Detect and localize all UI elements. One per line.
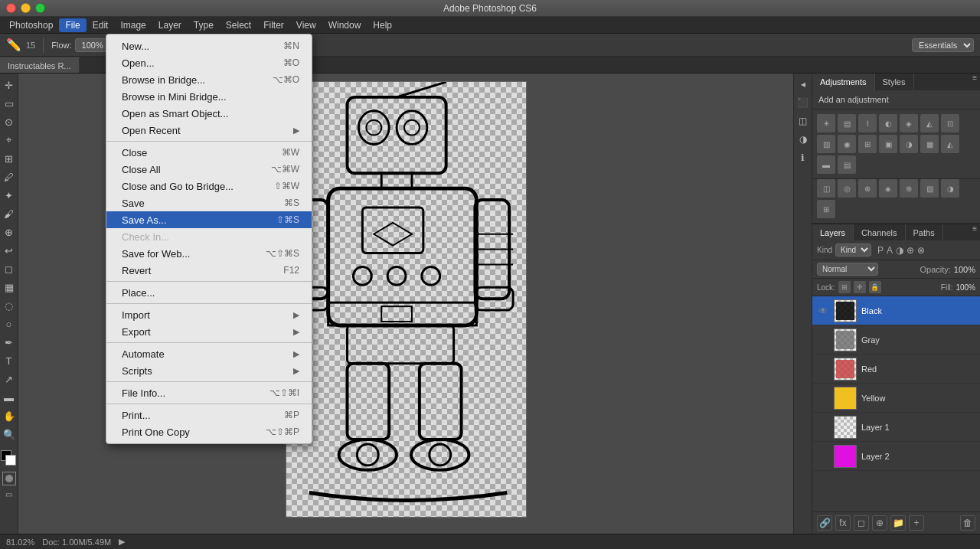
clone-stamp-tool[interactable]: ⊕ bbox=[1, 224, 18, 240]
adj-extra8[interactable]: ⊞ bbox=[817, 200, 835, 218]
lock-pixels-icon[interactable]: ⊞ bbox=[838, 281, 851, 293]
3d-icon[interactable]: ⬛ bbox=[795, 95, 811, 110]
pen-tool[interactable]: ✒ bbox=[1, 334, 18, 351]
layer-visibility-gray[interactable]: 👁 bbox=[817, 334, 829, 346]
adj-posterize[interactable]: ▦ bbox=[920, 135, 939, 153]
menu-close[interactable]: Close ⌘W bbox=[106, 144, 312, 161]
group-layers-icon[interactable]: 📁 bbox=[890, 515, 906, 531]
adj-brightness[interactable]: ☀ bbox=[817, 114, 835, 132]
filter-icon1[interactable]: P bbox=[877, 245, 884, 256]
adj-extra3[interactable]: ⊗ bbox=[858, 179, 877, 198]
zoom-tool[interactable]: 🔍 bbox=[1, 426, 18, 443]
adj-bw[interactable]: ▥ bbox=[817, 135, 835, 153]
layer-visibility-red[interactable]: 👁 bbox=[817, 363, 829, 375]
adj-colorlookup[interactable]: ▣ bbox=[879, 135, 897, 153]
quick-select-tool[interactable]: ⌖ bbox=[1, 132, 18, 149]
filter-icon4[interactable]: ⊕ bbox=[906, 245, 914, 256]
menu-scripts[interactable]: Scripts ▶ bbox=[106, 362, 312, 379]
menu-place[interactable]: Place... bbox=[106, 284, 312, 301]
menu-view[interactable]: View bbox=[290, 18, 322, 32]
layer-row-yellow[interactable]: 👁 Yellow bbox=[812, 384, 980, 413]
eraser-tool[interactable]: ◻ bbox=[1, 260, 18, 277]
menu-photoshop[interactable]: Photoshop bbox=[3, 18, 59, 32]
adj-extra6[interactable]: ▧ bbox=[920, 179, 939, 198]
adj-extra1[interactable]: ◫ bbox=[817, 179, 835, 198]
color-swatches[interactable] bbox=[1, 450, 18, 467]
arrow-icon[interactable]: ▶ bbox=[119, 537, 125, 547]
crop-tool[interactable]: ⊞ bbox=[1, 150, 18, 167]
menu-file[interactable]: File bbox=[59, 18, 86, 32]
add-mask-icon[interactable]: ◻ bbox=[854, 515, 869, 531]
adj-extra5[interactable]: ⊕ bbox=[900, 179, 918, 198]
layer-row-layer2[interactable]: 👁 Layer 2 bbox=[812, 442, 980, 471]
adj-invert[interactable]: ◑ bbox=[900, 135, 918, 153]
menu-new[interactable]: New... ⌘N bbox=[106, 38, 312, 54]
layer-row-black[interactable]: 👁 Black bbox=[812, 296, 980, 325]
menu-save[interactable]: Save ⌘S bbox=[106, 194, 312, 211]
dodge-tool[interactable]: ○ bbox=[1, 315, 18, 332]
quick-mask-button[interactable] bbox=[2, 472, 16, 485]
tab-styles[interactable]: Styles bbox=[875, 74, 914, 90]
adj-colorbalance[interactable]: ⊡ bbox=[941, 114, 959, 132]
maximize-button[interactable] bbox=[35, 3, 45, 13]
layer-row-gray[interactable]: 👁 Gray bbox=[812, 325, 980, 355]
eyedropper-tool[interactable]: 🖊 bbox=[1, 168, 18, 185]
menu-edit[interactable]: Edit bbox=[87, 18, 115, 32]
adjust-icon[interactable]: ◑ bbox=[795, 132, 811, 147]
adj-extra4[interactable]: ◈ bbox=[879, 179, 897, 198]
blur-tool[interactable]: ◌ bbox=[1, 297, 18, 314]
menu-browse-mini[interactable]: Browse in Mini Bridge... bbox=[106, 88, 312, 105]
layer-visibility-layer1[interactable]: 👁 bbox=[817, 421, 829, 433]
adj-hsl[interactable]: ◭ bbox=[920, 114, 939, 132]
add-adjustment-icon[interactable]: ⊕ bbox=[872, 515, 887, 531]
screen-mode-button[interactable]: ▭ bbox=[5, 490, 12, 498]
menu-close-bridge[interactable]: Close and Go to Bridge... ⇧⌘W bbox=[106, 178, 312, 194]
adj-extra7[interactable]: ◑ bbox=[941, 179, 959, 198]
layers-kind-select[interactable]: Kind bbox=[835, 243, 871, 257]
panel-menu-icon[interactable]: ≡ bbox=[969, 74, 980, 90]
menu-import[interactable]: Import ▶ bbox=[106, 306, 312, 323]
menu-browse-bridge[interactable]: Browse in Bridge... ⌥⌘O bbox=[106, 71, 312, 88]
layer-visibility-black[interactable]: 👁 bbox=[817, 305, 829, 317]
menu-automate[interactable]: Automate ▶ bbox=[106, 345, 312, 362]
collapse-panel-icon[interactable]: ◂ bbox=[795, 77, 811, 92]
adj-photofilter[interactable]: ◉ bbox=[838, 135, 856, 153]
brush-tool[interactable]: 🖌 bbox=[1, 205, 18, 222]
active-tab[interactable]: Instructables R... bbox=[0, 57, 80, 73]
blend-mode-select[interactable]: Normal bbox=[817, 263, 878, 276]
link-layers-icon[interactable]: 🔗 bbox=[817, 515, 832, 531]
adj-levels[interactable]: ▤ bbox=[838, 114, 856, 132]
healing-brush-tool[interactable]: ✦ bbox=[1, 187, 18, 204]
layer-row-layer1[interactable]: 👁 Layer 1 bbox=[812, 413, 980, 442]
tab-paths[interactable]: Paths bbox=[906, 224, 943, 240]
menu-open-smart[interactable]: Open as Smart Object... bbox=[106, 105, 312, 122]
lock-move-icon[interactable]: ✛ bbox=[854, 281, 866, 293]
menu-print[interactable]: Print... ⌘P bbox=[106, 407, 312, 423]
menu-close-all[interactable]: Close All ⌥⌘W bbox=[106, 161, 312, 178]
adj-vibrance[interactable]: ◈ bbox=[900, 114, 918, 132]
minimize-button[interactable] bbox=[21, 3, 31, 13]
layer-icon[interactable]: ◫ bbox=[795, 113, 811, 129]
background-color[interactable] bbox=[5, 455, 16, 466]
menu-file-info[interactable]: File Info... ⌥⇧⌘I bbox=[106, 384, 312, 401]
menu-print-one[interactable]: Print One Copy ⌥⇧⌘P bbox=[106, 423, 312, 440]
filter-icon5[interactable]: ⊗ bbox=[917, 245, 925, 256]
gradient-tool[interactable]: ▦ bbox=[1, 279, 18, 296]
filter-icon2[interactable]: A bbox=[887, 245, 893, 256]
menu-window[interactable]: Window bbox=[322, 18, 368, 32]
info-icon[interactable]: ℹ bbox=[795, 150, 811, 165]
menu-revert[interactable]: Revert F12 bbox=[106, 262, 312, 279]
delete-layer-icon[interactable]: 🗑 bbox=[960, 515, 975, 531]
adj-extra2[interactable]: ◎ bbox=[838, 179, 856, 198]
adj-threshold[interactable]: ◭ bbox=[941, 135, 959, 153]
type-tool[interactable]: T bbox=[1, 352, 18, 369]
tab-adjustments[interactable]: Adjustments bbox=[812, 74, 875, 90]
adj-exposure[interactable]: ◐ bbox=[879, 114, 897, 132]
menu-layer[interactable]: Layer bbox=[152, 18, 188, 32]
hand-tool[interactable]: ✋ bbox=[1, 407, 18, 424]
close-button[interactable] bbox=[6, 3, 16, 13]
menu-open[interactable]: Open... ⌘O bbox=[106, 54, 312, 71]
layer-row-red[interactable]: 👁 Red bbox=[812, 355, 980, 384]
path-select-tool[interactable]: ↗ bbox=[1, 371, 18, 387]
menu-filter[interactable]: Filter bbox=[257, 18, 290, 32]
